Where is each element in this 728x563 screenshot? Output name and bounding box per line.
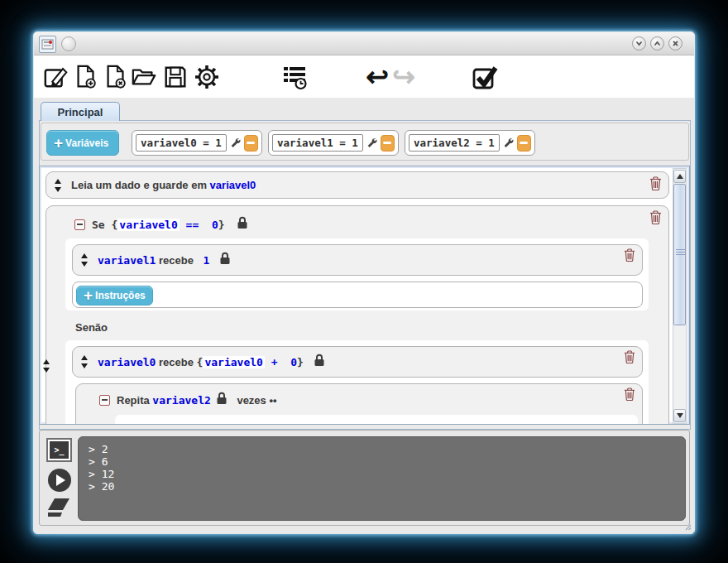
chevron-down-icon (635, 39, 644, 48)
condition-value[interactable]: 0 (205, 219, 218, 231)
brace-close: } (297, 356, 304, 368)
read-block-text: Leia um dado e guarde em (71, 179, 210, 191)
settings-button[interactable] (193, 63, 221, 91)
trash-icon (624, 387, 635, 401)
redo-button[interactable]: ↪ (390, 63, 418, 91)
target-variable[interactable]: variavel1 (98, 254, 156, 267)
lock-icon[interactable] (219, 252, 231, 268)
clear-console-button[interactable] (47, 498, 70, 521)
scroll-down-button[interactable] (673, 409, 686, 422)
expression-variable-field[interactable]: variavel0 (203, 356, 264, 368)
wrench-icon[interactable] (503, 136, 514, 150)
terminal-icon: >_ (50, 441, 69, 459)
repeat-count-variable[interactable]: variavel2 (152, 394, 210, 407)
plus-icon: + (54, 137, 63, 149)
terminal-tab-button[interactable]: >_ (46, 438, 72, 462)
program-list-button[interactable] (280, 63, 309, 91)
assign-keyword: recebe (156, 254, 196, 267)
console-line: > 2 (89, 443, 685, 455)
read-block[interactable]: Leia um dado e guarde em variavel0 (46, 171, 669, 199)
variable-value-field[interactable]: variavel0 = 1 (136, 134, 227, 152)
remove-variable-button[interactable] (381, 135, 395, 152)
add-variable-button[interactable]: + Variáveis (46, 130, 119, 156)
play-icon (56, 474, 65, 486)
assign-block[interactable]: variavel1 recebe 1 (72, 244, 643, 276)
chevron-up-icon (653, 39, 662, 48)
checkbox-check-icon (471, 63, 499, 91)
arrow-up-icon (677, 174, 683, 179)
new-file-button[interactable] (72, 63, 100, 91)
title-bar[interactable] (34, 32, 694, 55)
move-block-spinner[interactable] (81, 355, 88, 368)
lock-icon[interactable] (216, 392, 228, 408)
vertical-scrollbar[interactable] (673, 168, 687, 424)
delete-block-button[interactable] (649, 176, 662, 194)
expression-operator[interactable]: + (265, 356, 284, 368)
variables-panel: + Variáveis variavel0 = 1 variavel1 = 1 … (41, 123, 689, 161)
scrollbar-thumb[interactable] (673, 184, 686, 325)
redo-icon: ↪ (392, 65, 415, 89)
variable-chip: variavel2 = 1 (405, 130, 535, 156)
scrollbar-grip (676, 249, 685, 255)
run-button[interactable] (48, 469, 71, 492)
add-instruction-button[interactable]: + Instruções (76, 286, 153, 306)
application-icon (41, 38, 54, 51)
minus-icon (77, 224, 83, 225)
validate-button[interactable] (471, 63, 499, 91)
open-file-button[interactable] (130, 63, 158, 91)
wrench-icon[interactable] (366, 136, 377, 150)
resize-grip[interactable] (683, 522, 692, 531)
if-block-container[interactable]: Se {variavel0 == 0} variavel1 recebe 1 (46, 205, 669, 425)
drag-handle-dots[interactable]: •• (269, 394, 276, 407)
move-if-block-spinner[interactable] (43, 359, 50, 373)
titlebar-extra-button[interactable] (61, 36, 76, 51)
condition-variable-field[interactable]: variavel0 (117, 219, 179, 231)
variable-token[interactable]: variavel0 (210, 179, 256, 191)
console-line: > 12 (89, 468, 685, 480)
minimize-button[interactable] (632, 36, 646, 51)
edit-program-button[interactable] (42, 63, 70, 91)
assign-block[interactable]: variavel0 recebe {variavel0 + 0} (72, 346, 643, 378)
variable-value-field[interactable]: variavel1 = 1 (272, 134, 363, 152)
console-output[interactable]: > 2 > 6 > 12 > 20 (78, 436, 686, 521)
delete-block-button[interactable] (624, 248, 635, 265)
lock-icon[interactable] (314, 354, 325, 370)
collapse-repeat-button[interactable] (99, 395, 110, 406)
minus-icon (520, 142, 528, 144)
wrench-icon[interactable] (230, 136, 241, 150)
tab-label: Principal (58, 106, 103, 118)
minus-icon (102, 399, 108, 401)
undo-button[interactable]: ↩ (363, 63, 391, 91)
repeat-block-container[interactable]: Repita variavel2 vezes •• (75, 383, 643, 425)
delete-block-button[interactable] (624, 350, 635, 367)
move-block-spinner[interactable] (81, 253, 88, 267)
close-button[interactable] (668, 36, 682, 51)
if-keyword: Se (92, 219, 111, 231)
save-floppy-icon (162, 64, 189, 90)
minus-icon (383, 142, 391, 144)
variable-value-field[interactable]: variavel2 = 1 (409, 134, 500, 152)
delete-file-button[interactable] (102, 63, 130, 91)
target-variable[interactable]: variavel0 (98, 356, 156, 368)
tab-principal[interactable]: Principal (41, 102, 120, 121)
console-line: > 20 (89, 480, 685, 493)
delete-block-button[interactable] (649, 210, 662, 228)
remove-variable-button[interactable] (244, 135, 258, 152)
trash-icon (624, 248, 635, 262)
maximize-button[interactable] (650, 36, 664, 51)
assign-value[interactable]: 1 (197, 254, 210, 267)
open-folder-icon (131, 64, 157, 90)
delete-block-button[interactable] (624, 387, 635, 404)
else-label: Senão (75, 321, 108, 334)
expression-value[interactable]: 0 (284, 356, 297, 368)
save-button[interactable] (161, 63, 189, 91)
collapse-if-button[interactable] (74, 219, 85, 230)
delete-file-icon (103, 64, 129, 90)
scroll-up-button[interactable] (673, 170, 686, 183)
app-window: ↩ ↪ Principal + Variáveis variavel0 = 1 (33, 31, 695, 534)
condition-operator[interactable]: == (180, 219, 205, 231)
remove-variable-button[interactable] (517, 135, 531, 152)
move-block-spinner[interactable] (55, 179, 61, 192)
app-menu-button[interactable] (39, 36, 56, 53)
lock-icon[interactable] (237, 216, 248, 233)
